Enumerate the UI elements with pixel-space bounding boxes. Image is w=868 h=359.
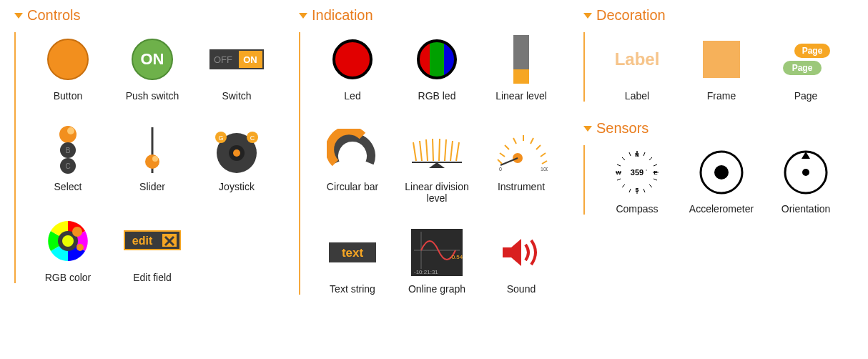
group-header-controls[interactable]: Controls: [14, 7, 279, 24]
svg-line-92: [617, 179, 621, 180]
svg-line-87: [654, 164, 657, 166]
widget-label: Accelerometer: [689, 203, 754, 215]
widget-linear-division-level[interactable]: Linear division level: [395, 123, 479, 204]
widget-label: Frame: [707, 90, 736, 102]
widget-label: RGB led: [418, 90, 456, 102]
widget-rgb-color[interactable]: RGB color: [26, 214, 110, 283]
sound-icon: [493, 225, 550, 279]
svg-line-44: [450, 141, 453, 161]
svg-line-51: [513, 138, 516, 144]
svg-line-50: [505, 145, 509, 149]
group-body-decoration: Label Label Frame Page: [583, 32, 848, 102]
label-icon: Label: [608, 32, 666, 86]
widget-circular-bar[interactable]: Circular bar: [310, 123, 395, 204]
svg-rect-37: [513, 69, 529, 84]
text-string-icon: text: [324, 225, 381, 279]
widget-linear-level[interactable]: Linear level: [479, 32, 563, 102]
rgb-led-icon: [408, 32, 465, 86]
svg-point-0: [48, 39, 88, 79]
widget-select[interactable]: B C Select: [26, 123, 110, 192]
svg-line-55: [541, 153, 546, 157]
widget-button[interactable]: Button: [26, 32, 110, 102]
widget-label: Text string: [330, 283, 375, 295]
svg-point-15: [152, 156, 158, 162]
edit-field-icon: edit: [124, 214, 181, 267]
widget-led[interactable]: Led: [310, 32, 395, 102]
chevron-down-icon: [583, 13, 592, 19]
svg-point-30: [334, 41, 371, 78]
widget-label: Orientation: [781, 203, 830, 215]
svg-text:100: 100: [541, 167, 548, 172]
svg-line-39: [420, 141, 422, 161]
widget-switch[interactable]: OFF ON Switch: [194, 32, 279, 102]
svg-line-82: [622, 157, 625, 160]
widget-label: Linear division level: [398, 181, 476, 204]
linear-division-icon: [408, 123, 465, 177]
svg-point-18: [233, 149, 240, 157]
push-switch-icon: ON: [124, 32, 181, 86]
group-title: Indication: [312, 7, 373, 24]
svg-text:°: °: [646, 169, 648, 173]
widget-slider[interactable]: Slider: [110, 123, 194, 192]
svg-line-91: [654, 179, 657, 180]
svg-line-49: [500, 153, 505, 157]
svg-line-41: [433, 139, 433, 161]
widget-text-string[interactable]: text Text string: [310, 225, 395, 295]
widget-label: Linear level: [495, 90, 547, 102]
widget-accelerometer[interactable]: Accelerometer: [679, 145, 764, 215]
svg-point-14: [145, 154, 159, 169]
chevron-down-icon: [583, 126, 592, 132]
svg-line-54: [536, 145, 541, 149]
svg-text:edit: edit: [132, 235, 153, 247]
svg-text:S: S: [635, 187, 639, 193]
svg-text:text: text: [342, 246, 364, 260]
joystick-icon: G C: [208, 123, 265, 177]
linear-level-icon: [493, 32, 550, 86]
widget-joystick[interactable]: G C Joystick: [194, 123, 279, 192]
widget-orientation[interactable]: Orientation: [764, 145, 848, 215]
svg-text:359: 359: [631, 168, 643, 177]
widget-sound[interactable]: Sound: [479, 225, 563, 295]
widget-label: Edit field: [133, 272, 172, 283]
svg-marker-47: [429, 162, 445, 168]
compass-icon: N S W E 359 °: [608, 145, 666, 199]
svg-line-81: [649, 157, 652, 160]
group-header-indication[interactable]: Indication: [299, 7, 563, 24]
accelerometer-icon: [693, 145, 750, 199]
svg-text:W: W: [616, 169, 621, 176]
svg-line-40: [426, 139, 428, 161]
group-title: Sensors: [596, 120, 648, 137]
widget-label: Instrument: [498, 181, 545, 192]
widget-compass[interactable]: N S W E 359 ° Compass: [595, 145, 679, 215]
svg-line-84: [622, 185, 625, 187]
svg-text:Page: Page: [792, 63, 813, 73]
group-header-sensors[interactable]: Sensors: [583, 120, 848, 137]
circular-bar-icon: [324, 123, 381, 177]
svg-point-25: [72, 227, 82, 237]
widget-frame[interactable]: Frame: [679, 32, 764, 102]
svg-point-7: [59, 126, 77, 143]
svg-line-48: [498, 159, 502, 164]
widget-push-switch[interactable]: ON Push switch: [110, 32, 194, 102]
button-icon: [39, 32, 97, 86]
widget-label[interactable]: Label Label: [595, 32, 679, 102]
svg-text:ON: ON: [243, 54, 257, 65]
widget-edit-field[interactable]: edit Edit field: [110, 214, 194, 283]
widget-page[interactable]: Page Page Page: [764, 32, 848, 102]
svg-text:OFF: OFF: [214, 54, 232, 65]
svg-text:C: C: [65, 162, 70, 170]
group-decoration: Decoration Label Label Frame: [583, 7, 848, 102]
online-graph-icon: -0.54 -10:21:31: [408, 225, 465, 279]
group-body-sensors: N S W E 359 ° Compass: [583, 145, 848, 215]
widget-online-graph[interactable]: -0.54 -10:21:31 Online graph: [395, 225, 479, 295]
widget-label: Button: [54, 90, 82, 102]
svg-rect-33: [430, 38, 444, 81]
widget-instrument[interactable]: 0 100 Instrument: [479, 123, 563, 204]
widget-label: Page: [794, 90, 818, 102]
rgb-color-icon: [39, 214, 97, 267]
group-header-decoration[interactable]: Decoration: [583, 7, 848, 24]
widget-rgb-led[interactable]: RGB led: [395, 32, 479, 102]
widget-label: Circular bar: [327, 181, 378, 192]
svg-line-43: [445, 139, 446, 161]
svg-line-85: [643, 152, 645, 156]
